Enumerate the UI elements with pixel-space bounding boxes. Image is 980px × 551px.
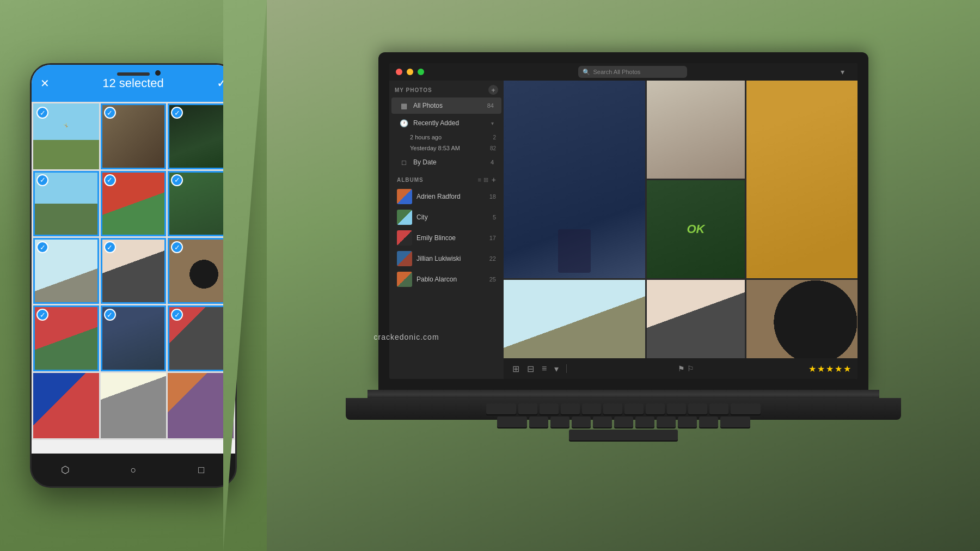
sidebar-item-recently-added[interactable]: 🕐 Recently Added ▾ xyxy=(391,115,501,131)
key xyxy=(529,417,548,427)
phone-screen: ✕ 12 selected ✓ ✓ 🤸 ✓ xyxy=(32,65,235,454)
mosaic-photo-1[interactable] xyxy=(504,81,645,278)
album-thumb xyxy=(397,189,412,204)
star-3[interactable]: ★ xyxy=(826,364,834,374)
check-circle: ✓ xyxy=(171,174,183,186)
list-view-icon[interactable]: ≡ xyxy=(477,176,481,183)
unflag-button[interactable]: ⚐ xyxy=(687,364,694,373)
check-circle: ✓ xyxy=(104,174,116,186)
album-item-adrien[interactable]: Adrien Radford 18 xyxy=(389,186,504,207)
check-circle: ✓ xyxy=(171,107,183,119)
mosaic-photo-8[interactable] xyxy=(647,280,745,358)
phone-camera xyxy=(155,70,161,76)
my-photos-label: MY PHOTOS xyxy=(395,87,432,93)
photo-cell[interactable] xyxy=(33,373,99,439)
minimize-button-mac[interactable] xyxy=(407,69,413,75)
album-thumb xyxy=(397,272,412,287)
sidebar-item-all-photos[interactable]: ▦ All Photos 84 xyxy=(391,97,501,114)
key xyxy=(646,403,665,414)
albums-label: ALBUMS xyxy=(397,177,477,183)
nav-back-icon[interactable]: ⬡ xyxy=(59,463,72,476)
keyboard-row xyxy=(357,403,890,414)
split-container: ✕ 12 selected ✓ ✓ 🤸 ✓ xyxy=(0,0,980,551)
key xyxy=(603,403,622,414)
photos-grid-icon: ▦ xyxy=(399,101,409,111)
sidebar-item-by-date[interactable]: □ By Date 4 xyxy=(391,154,501,170)
flag-buttons: ⚑ ⚐ xyxy=(678,364,694,373)
phone-device: ✕ 12 selected ✓ ✓ 🤸 ✓ xyxy=(30,63,237,488)
add-album-button[interactable]: + xyxy=(492,175,496,184)
check-circle: ✓ xyxy=(36,241,48,253)
mosaic-photo-9[interactable] xyxy=(746,280,857,358)
maximize-button-mac[interactable] xyxy=(418,69,424,75)
photo-cell[interactable]: ✓ xyxy=(33,171,99,237)
check-circle: ✓ xyxy=(104,107,116,119)
album-item-pablo[interactable]: Pablo Alarcon 25 xyxy=(389,269,504,290)
2hours-ago-label: 2 hours ago xyxy=(410,134,488,140)
album-item-jillian[interactable]: Jillian Lukiwiski 22 xyxy=(389,248,504,269)
photo-cell[interactable] xyxy=(101,373,167,439)
photo-cell[interactable]: ✓ xyxy=(101,103,167,169)
spacebar-key xyxy=(569,430,678,440)
watermark: crackedonic.com xyxy=(374,333,439,341)
albums-view-toggle[interactable]: ≡ ⊞ xyxy=(477,176,488,183)
photo-cell[interactable]: ✓ xyxy=(33,238,99,304)
close-button[interactable]: ✕ xyxy=(40,77,50,90)
album-name: Adrien Radford xyxy=(416,193,485,200)
key xyxy=(572,417,591,427)
grid-view-icon[interactable]: ⊞ xyxy=(483,176,488,183)
search-bar[interactable]: 🔍 Search All Photos xyxy=(578,66,687,78)
key xyxy=(486,403,516,414)
album-item-emily[interactable]: Emily Blincoe 17 xyxy=(389,228,504,248)
filter-icon[interactable]: ▾ xyxy=(841,68,851,76)
key xyxy=(540,403,559,414)
sidebar-subitem-2hours[interactable]: 2 hours ago 2 xyxy=(389,132,504,143)
search-icon: 🔍 xyxy=(583,69,590,76)
photo-cell[interactable]: ✓ xyxy=(33,305,99,371)
view-list-icon[interactable]: ≡ xyxy=(540,363,549,375)
flag-button[interactable]: ⚑ xyxy=(678,364,685,373)
check-circle: ✓ xyxy=(171,309,183,321)
diagonal-divider xyxy=(223,0,267,551)
view-grid-icon[interactable]: ⊞ xyxy=(510,363,522,375)
key xyxy=(688,403,707,414)
by-date-count: 4 xyxy=(491,159,494,166)
calendar-icon: □ xyxy=(399,157,409,167)
star-2[interactable]: ★ xyxy=(817,364,825,374)
check-circle: ✓ xyxy=(36,309,48,321)
album-item-city[interactable]: City 5 xyxy=(389,207,504,228)
check-circle: ✓ xyxy=(104,241,116,253)
add-photos-button[interactable]: + xyxy=(488,85,498,95)
star-4[interactable]: ★ xyxy=(835,364,842,374)
mosaic-photo-3[interactable] xyxy=(746,81,857,278)
sidebar-subitem-yesterday[interactable]: Yesterday 8:53 AM 82 xyxy=(389,143,504,154)
mac-app-body: MY PHOTOS + ▦ All Photos 84 xyxy=(389,81,857,379)
nav-recents-icon[interactable]: □ xyxy=(195,463,208,476)
mosaic-photo-2[interactable] xyxy=(647,81,745,179)
view-compact-icon[interactable]: ⊟ xyxy=(525,363,536,375)
album-name: City xyxy=(416,213,488,221)
album-name: Jillian Lukiwiski xyxy=(416,255,485,262)
key xyxy=(699,417,718,427)
photo-cell[interactable]: ✓ 🤸 xyxy=(33,103,99,169)
keyboard-row xyxy=(357,430,890,440)
photo-cell[interactable]: ✓ xyxy=(101,238,167,304)
mosaic-photo-5[interactable]: OK xyxy=(647,180,745,278)
photo-cell[interactable]: ✓ xyxy=(101,171,167,237)
sort-icon[interactable]: ▾ xyxy=(552,363,561,375)
star-5[interactable]: ★ xyxy=(843,364,851,374)
album-name: Pablo Alarcon xyxy=(416,276,485,283)
key xyxy=(624,403,644,414)
key xyxy=(720,417,750,427)
key xyxy=(635,417,654,427)
mosaic-photo-7[interactable] xyxy=(504,280,645,358)
photo-cell[interactable]: ✓ xyxy=(101,305,167,371)
key xyxy=(709,403,728,414)
star-rating: ★ ★ ★ ★ ★ xyxy=(808,364,851,374)
key xyxy=(561,403,580,414)
key xyxy=(582,403,601,414)
close-button-mac[interactable] xyxy=(396,69,402,75)
nav-home-icon[interactable]: ○ xyxy=(127,463,140,476)
star-1[interactable]: ★ xyxy=(808,364,816,374)
check-circle: ✓ xyxy=(171,241,183,253)
